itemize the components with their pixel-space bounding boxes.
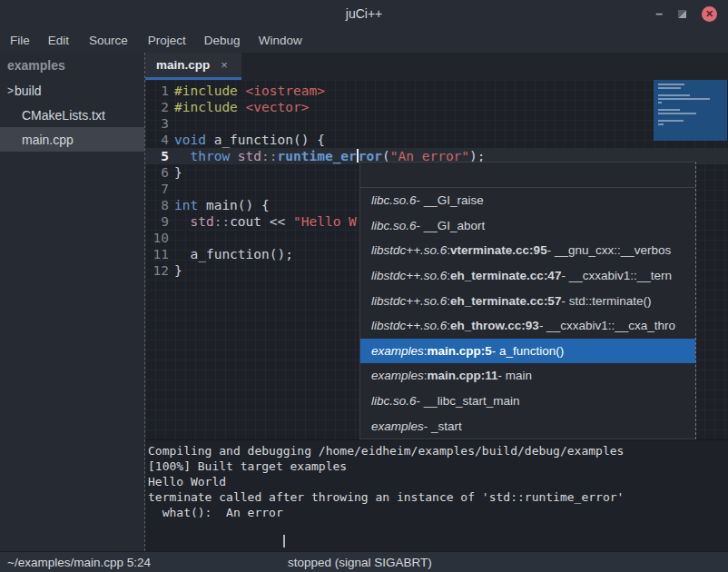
terminal-line: what(): An error: [148, 505, 728, 520]
code-text: a_function();: [174, 246, 293, 262]
code-line-1: 1#include <iostream>: [145, 83, 728, 99]
sidebar-item-build[interactable]: >build: [0, 78, 144, 103]
terminal-line: terminate called after throwing an insta…: [148, 489, 728, 505]
stack-trace-popup-header: [360, 163, 695, 188]
code-editor[interactable]: 1#include <iostream>2#include <vector>34…: [145, 80, 728, 439]
window-title: juCi++: [0, 6, 728, 21]
tab-bar: main.cpp ×: [145, 53, 728, 80]
terminal-output[interactable]: Compiling and debugging /home/eidheim/ex…: [145, 439, 728, 551]
menu-bar: FileEditSourceProjectDebugWindow: [0, 27, 728, 53]
sidebar-item-label: build: [15, 84, 42, 98]
status-file-path: ~/examples/main.cpp 5:24: [0, 556, 151, 569]
maximize-icon[interactable]: [678, 10, 686, 18]
line-number: 3: [145, 115, 169, 132]
code-line-4: 4void a_function() {: [145, 132, 728, 148]
code-text: #include <vector>: [174, 99, 309, 115]
status-debug-state: stopped (signal SIGABRT): [288, 556, 432, 569]
stack-frame-gi-raise[interactable]: libc.so.6 - __GI_raise: [360, 188, 695, 213]
menu-file[interactable]: File: [1, 27, 39, 53]
line-number: 4: [145, 132, 169, 148]
menu-project[interactable]: Project: [139, 27, 195, 53]
sidebar-item-label: main.cpp: [0, 133, 74, 147]
line-number: 11: [145, 246, 169, 262]
line-number: 9: [145, 213, 169, 230]
file-tree-sidebar: examples >buildCMakeLists.txtmain.cpp: [0, 53, 145, 551]
stack-frame-cxxabiv1-tern[interactable]: libstdc++.so.6:eh_terminate.cc:47 - __cx…: [360, 263, 695, 289]
line-number: 10: [145, 230, 169, 246]
sidebar-item-main-cpp[interactable]: main.cpp: [0, 127, 144, 152]
line-number: 6: [145, 164, 169, 181]
line-number: 1: [145, 83, 169, 99]
line-number: 7: [145, 181, 169, 197]
line-number: 2: [145, 99, 169, 115]
code-overview-tooltip: [654, 80, 727, 141]
code-text: int main() {: [174, 197, 270, 213]
terminal-line: Compiling and debugging /home/eidheim/ex…: [148, 443, 728, 459]
code-text: void a_function() {: [174, 132, 325, 148]
title-bar[interactable]: juCi++ – ✕: [0, 0, 728, 27]
stack-frame-a-function[interactable]: examples:main.cpp:5 - a_function(): [360, 339, 695, 364]
chevron-right-icon[interactable]: >: [0, 84, 15, 97]
line-number: 5: [145, 148, 169, 164]
terminal-line: Hello World: [148, 474, 728, 489]
menu-edit[interactable]: Edit: [39, 27, 78, 53]
app-window: juCi++ – ✕ FileEditSourceProjectDebugWin…: [0, 0, 728, 572]
code-text: #include <iostream>: [174, 83, 325, 99]
tab-main-cpp[interactable]: main.cpp ×: [145, 53, 241, 80]
menu-window[interactable]: Window: [250, 27, 311, 53]
code-line-3: 3: [145, 115, 728, 132]
stack-frame-start[interactable]: examples - _start: [360, 413, 695, 439]
tab-close-icon[interactable]: ×: [221, 58, 228, 72]
menu-source[interactable]: Source: [78, 27, 139, 53]
terminal-cursor: [283, 535, 285, 547]
code-line-2: 2#include <vector>: [145, 99, 728, 115]
stack-frame-main[interactable]: examples:main.cpp:11 - main: [360, 363, 695, 389]
sidebar-item-cmakelists-txt[interactable]: CMakeLists.txt: [0, 103, 144, 127]
stack-frame-gi-abort[interactable]: libc.so.6 - __GI_abort: [360, 213, 695, 239]
code-text: }: [174, 262, 182, 279]
stack-frame-gnu-cxx-verbos[interactable]: libstdc++.so.6:vterminate.cc:95 - __gnu_…: [360, 238, 695, 263]
sidebar-item-label: CMakeLists.txt: [0, 108, 105, 123]
project-name: examples: [0, 53, 144, 78]
close-icon[interactable]: ✕: [702, 6, 717, 22]
stack-frame-libc-start-main[interactable]: libc.so.6 - __libc_start_main: [360, 389, 695, 414]
minimize-icon[interactable]: –: [655, 7, 663, 20]
code-text: }: [174, 164, 182, 181]
terminal-line: [100%] Built target examples: [148, 459, 728, 474]
menu-debug[interactable]: Debug: [195, 27, 250, 53]
stack-frame-std-terminate[interactable]: libstdc++.so.6:eh_terminate.cc:57 - std:…: [360, 288, 695, 313]
status-bar: ~/examples/main.cpp 5:24 stopped (signal…: [0, 551, 728, 572]
stack-trace-popup: libc.so.6 - __GI_raiselibc.so.6 - __GI_a…: [359, 162, 696, 439]
line-number: 12: [145, 262, 169, 279]
line-number: 8: [145, 197, 169, 213]
stack-frame-cxxabiv1-cxa-thro[interactable]: libstdc++.so.6:eh_throw.cc:93 - __cxxabi…: [360, 313, 695, 339]
code-text: std::cout << "Hello W: [174, 213, 357, 230]
tab-label: main.cpp: [156, 58, 210, 72]
